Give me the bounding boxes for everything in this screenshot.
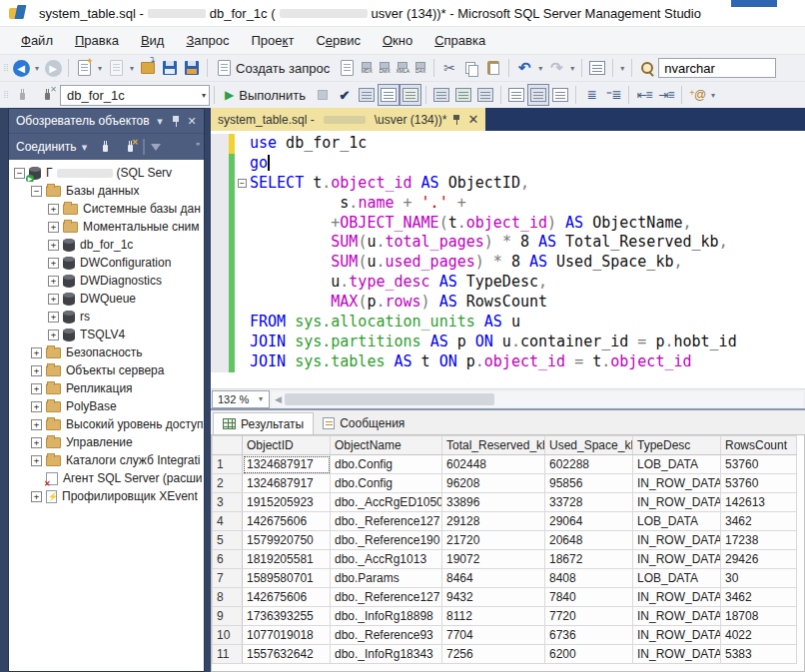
cell-ObjectName[interactable]: dbo._InfoRg18898 [331,607,442,626]
code-line-9[interactable]: MAX(p.rows) AS RowsCount [211,293,805,313]
find-button[interactable] [636,57,658,79]
menu-item-4[interactable]: Запрос [175,29,240,52]
tree-item[interactable]: +DWDiagnostics [9,272,204,290]
expand-icon[interactable]: + [31,383,42,394]
cell-ObjectID[interactable]: 1077019018 [243,626,331,645]
save-button[interactable] [159,57,181,79]
row-number[interactable]: 9 [213,607,243,626]
expand-icon[interactable]: + [48,204,59,215]
box-selection-button[interactable] [586,57,608,79]
back-dropdown-caret[interactable]: ▾ [32,64,42,73]
tree-item[interactable]: +Моментальные сним [9,218,204,236]
cell-Total_Reserved_kb[interactable]: 7256 [442,645,545,664]
results-to-file-button[interactable] [549,84,571,106]
copy-button[interactable] [460,57,482,79]
cell-ObjectID[interactable]: 1324687917 [243,455,331,474]
expand-icon[interactable]: + [48,222,59,233]
parse-button[interactable]: ✔ [334,84,356,106]
column-header-TypeDesc[interactable]: TypeDesc [633,436,721,455]
code-line-10[interactable]: FROM sys.allocation_units AS u [211,313,805,333]
table-row[interactable]: 101077019018dbo._Reference9377046736IN_R… [213,626,797,645]
tree-item[interactable]: +DWQueue [9,290,204,308]
cell-Total_Reserved_kb[interactable]: 8112 [442,607,545,626]
database-combobox[interactable]: db_for_1c ▾ [60,85,210,106]
cell-ObjectID[interactable]: 1557632642 [243,645,331,664]
code-line-1[interactable]: use db_for_1c [211,134,805,154]
cell-Used_Space_kb[interactable]: 95856 [545,474,633,493]
cell-Used_Space_kb[interactable]: 7720 [545,607,633,626]
editor-zoom-select[interactable]: 132 % ▾ [212,390,270,408]
tree-item[interactable]: +Профилировщик XEvent [9,487,204,505]
redo-button[interactable]: ↷ [545,57,567,79]
scrollbar-thumb[interactable] [285,393,494,405]
cell-RowsCount[interactable]: 53760 [721,455,797,474]
open-folder-button[interactable] [137,57,159,79]
tab-messages[interactable]: Сообщения [314,412,413,434]
cell-ObjectID[interactable]: 1736393255 [243,607,331,626]
code-line-8[interactable]: u.type_desc AS TypeDesc, [211,273,805,293]
cell-Used_Space_kb[interactable]: 18672 [545,550,633,569]
results-to-grid-button[interactable] [527,84,549,106]
fold-margin[interactable]: − [235,174,250,194]
execute-button[interactable]: ▶ Выполнить [219,84,312,106]
specify-template-values-button[interactable]: ⁺@ [686,84,708,106]
menu-item-8[interactable]: Справка [423,29,496,52]
collapse-icon[interactable]: − [31,186,42,197]
cell-Total_Reserved_kb[interactable]: 21720 [442,531,545,550]
expand-icon[interactable]: + [48,276,59,287]
tree-item[interactable]: +Объекты сервера [9,361,204,379]
table-row[interactable]: 4142675606dbo._Reference1272912829064LOB… [213,512,797,531]
cell-TypeDesc[interactable]: IN_ROW_DATA [633,493,721,512]
tree-item[interactable]: +Репликация [9,379,204,397]
expand-icon[interactable]: + [31,491,42,502]
row-number[interactable]: 4 [213,512,243,531]
new-file-button[interactable] [73,57,95,79]
cell-Used_Space_kb[interactable]: 7840 [545,588,633,607]
uncomment-button[interactable]: ⁼≣ [602,84,624,106]
mdx-query-button[interactable]: MDX [358,59,376,77]
code-line-12[interactable]: JOIN sys.tables AS t ON p.object_id = t.… [211,352,805,372]
code-line-11[interactable]: JOIN sys.partitions AS p ON u.container_… [211,333,805,352]
cell-RowsCount[interactable]: 5383 [721,645,797,664]
save-all-button[interactable] [181,57,203,79]
row-number[interactable]: 5 [213,531,243,550]
filter-icon[interactable] [151,144,161,151]
query-options-button[interactable] [378,84,400,106]
expand-icon[interactable]: + [48,258,59,269]
table-row[interactable]: 31915205923dbo._AccRgED10503389633728IN_… [213,493,797,512]
panel-pin-icon[interactable] [171,115,181,127]
toolbar-grip[interactable]: ⁞⁞ [2,66,10,71]
search-input[interactable] [658,58,776,78]
column-header-ObjectName[interactable]: ObjectName [331,436,442,455]
tree-item[interactable]: −Базы данных [9,182,204,200]
cell-ObjectID[interactable]: 1579920750 [243,531,331,550]
include-client-statistics-button[interactable] [452,84,474,106]
collapse-region-icon[interactable]: − [238,179,247,188]
cell-ObjectID[interactable]: 1589580701 [243,569,331,588]
cell-ObjectName[interactable]: dbo.Params [331,569,442,588]
database-engine-query-button[interactable] [336,57,358,79]
expand-icon[interactable]: + [31,419,42,430]
editor-horizontal-scrollbar[interactable]: ◀ [272,391,803,407]
tree-item[interactable]: +Управление [9,433,204,451]
cell-Total_Reserved_kb[interactable]: 96208 [442,474,545,493]
row-number[interactable]: 1 [213,455,243,474]
display-estimated-plan-button[interactable] [356,84,378,106]
table-row[interactable]: 11324687917dbo.Config602448602288LOB_DAT… [213,455,797,474]
cell-RowsCount[interactable]: 142613 [721,493,797,512]
results-to-text-button[interactable] [505,84,527,106]
cell-TypeDesc[interactable]: LOB_DATA [633,455,721,474]
table-row[interactable]: 111557632642dbo._InfoRg1834372566200IN_R… [213,645,797,664]
decrease-indent-button[interactable]: ⇤≡ [633,84,655,106]
table-row[interactable]: 51579920750dbo._Reference1902172020648IN… [213,531,797,550]
cell-RowsCount[interactable]: 30 [721,569,797,588]
cell-TypeDesc[interactable]: IN_ROW_DATA [633,626,721,645]
disabled-dropdown-caret[interactable]: ▾ [617,64,627,73]
code-line-3[interactable]: −SELECT t.object_id AS ObjectID, [211,174,805,194]
tree-item[interactable]: +PolyBase [9,397,204,415]
cell-TypeDesc[interactable]: IN_ROW_DATA [633,531,721,550]
tree-item[interactable]: −Г(SQL Serv [9,164,204,182]
cell-Used_Space_kb[interactable]: 6736 [545,626,633,645]
row-number[interactable]: 6 [213,550,243,569]
cell-RowsCount[interactable]: 17238 [721,531,797,550]
